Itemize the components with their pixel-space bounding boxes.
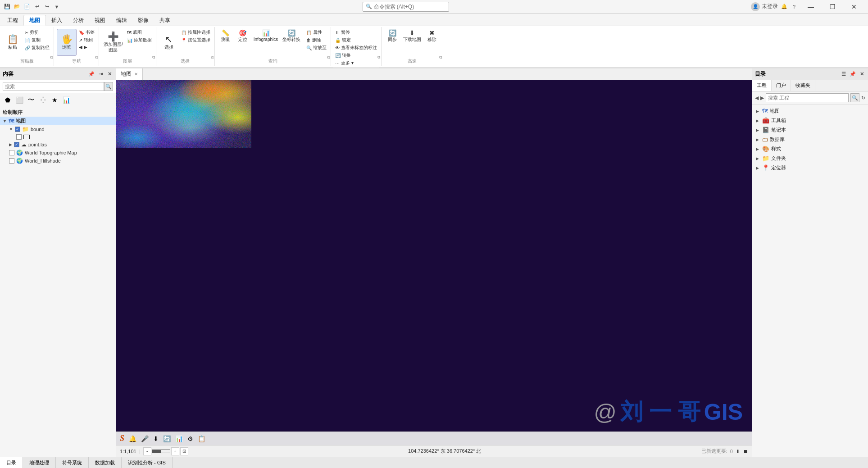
catalog-locator[interactable]: ▶ 📍 定位器 — [752, 163, 868, 173]
adddata-button[interactable]: 📊 添加数据 — [126, 36, 153, 44]
bottom-tab-symbology[interactable]: 符号系统 — [56, 457, 89, 468]
command-search-input[interactable] — [374, 4, 446, 10]
catalog-menu-icon[interactable]: ☰ — [840, 71, 847, 78]
catalog-folders[interactable]: ▶ 📁 文件夹 — [752, 154, 868, 163]
close-right-icon[interactable]: ✕ — [858, 71, 865, 78]
bottom-tab-geoprocessing[interactable]: 地理处理 — [23, 457, 56, 468]
more-label-button[interactable]: ⋯ 更多 ▾ — [334, 59, 378, 67]
group-query-expand[interactable]: ⧉ — [327, 55, 330, 60]
tab-map[interactable]: 地图 — [23, 15, 46, 26]
float-left-icon[interactable]: ⇥ — [97, 71, 104, 78]
layer-world-topo[interactable]: 🌍 World Topographic Map — [0, 149, 116, 157]
map-tab-main[interactable]: 地图 ✕ — [116, 68, 143, 80]
group-label-expand[interactable]: ⧉ — [377, 55, 380, 60]
tab-view[interactable]: 视图 — [89, 15, 111, 26]
layer-world-hillshade[interactable]: 🌍 World_Hillshade — [0, 157, 116, 165]
pause-button[interactable]: ⏸ 暂停 — [334, 29, 378, 36]
measure-button[interactable]: 📏 测量 — [218, 29, 234, 43]
select-by-location-button[interactable]: 📍 按位置选择 — [180, 36, 212, 44]
zoom-out-btn[interactable]: - — [143, 447, 151, 455]
convert-label-button[interactable]: 🔄 转换 — [334, 52, 378, 59]
browse-button[interactable]: 🖐 浏览 — [57, 29, 77, 56]
close-map-tab[interactable]: ✕ — [134, 72, 138, 77]
catalog-search-button[interactable]: 🔍 — [850, 93, 859, 102]
group-nav-expand[interactable]: ⧉ — [95, 55, 98, 60]
select-by-attr-button[interactable]: 📋 按属性选择 — [180, 29, 212, 36]
catalog-forward-icon[interactable]: ▶ — [760, 95, 764, 101]
layer-search-button[interactable]: 🔍 — [104, 82, 113, 91]
bottom-tab-dataload[interactable]: 数据加载 — [89, 457, 122, 468]
lock-button[interactable]: 🔒 锁定 — [334, 36, 378, 44]
bottom-tab-identityanalysis[interactable]: 识别性分析 - GIS — [122, 457, 173, 468]
map-canvas[interactable]: @ 刘 一 哥 GIS S 🔔 🎤 ⬇ 🔄 📊 ⚙ 📋 — [116, 80, 752, 445]
points-layer-icon[interactable]: ⁛ — [38, 95, 48, 105]
bookmark-button[interactable]: 🔖 书签 — [77, 29, 96, 36]
close-button[interactable]: ✕ — [844, 0, 864, 14]
infographics-button[interactable]: 📊 Infographics — [252, 29, 280, 43]
bound-rect-checkbox[interactable] — [16, 134, 22, 140]
world-hillshade-checkbox[interactable] — [9, 158, 14, 164]
attr-table-button[interactable]: 📋 属性 — [305, 29, 328, 36]
status-stop-icon[interactable]: ⏹ — [743, 449, 748, 454]
save-icon[interactable]: 💾 — [4, 3, 11, 10]
nav-arrows[interactable]: ◀ ▶ — [77, 44, 96, 50]
tab-insert[interactable]: 插入 — [46, 15, 68, 26]
catalog-toolbox[interactable]: ▶ 🧰 工具箱 — [752, 116, 868, 125]
group-select-expand[interactable]: ⧉ — [211, 55, 214, 60]
notification-icon[interactable]: 🔔 — [781, 3, 788, 10]
copy-button[interactable]: 📄 复制 — [23, 36, 51, 44]
close-left-icon[interactable]: ✕ — [106, 71, 113, 78]
help-icon[interactable]: ? — [791, 3, 798, 10]
catalog-tab-portal[interactable]: 门户 — [772, 80, 791, 91]
catalog-database[interactable]: ▶ 🗃 数据库 — [752, 135, 868, 144]
catalog-back-icon[interactable]: ◀ — [755, 95, 759, 101]
login-status[interactable]: 👤 未登录 — [751, 2, 778, 11]
coord-transform-button[interactable]: 🔄 坐标转换 — [281, 29, 302, 43]
status-pause-icon[interactable]: ⏸ — [736, 449, 741, 454]
tab-imagery[interactable]: 影像 — [132, 15, 154, 26]
zoom-to-button[interactable]: 🔍 缩放至 — [305, 44, 328, 51]
new-icon[interactable]: 📄 — [23, 3, 31, 10]
more-icon[interactable]: ▼ — [53, 3, 60, 10]
download-map-button[interactable]: ⬇ 下载地图 — [401, 29, 423, 43]
group-hs-expand[interactable]: ⧉ — [439, 55, 442, 60]
polygon-layer-icon[interactable]: ⬟ — [3, 95, 13, 105]
pin-right-icon[interactable]: 📌 — [849, 71, 856, 78]
bound-checkbox[interactable]: ✓ — [15, 127, 20, 132]
open-icon[interactable]: 📂 — [14, 3, 21, 10]
layer-bound-group[interactable]: ▼ ✓ 📁 bound — [0, 125, 116, 133]
locate-button[interactable]: 🎯 定位 — [235, 29, 251, 43]
layer-bound-rect[interactable] — [0, 133, 116, 141]
catalog-tab-project[interactable]: 工程 — [752, 80, 772, 91]
bottom-tab-catalog[interactable]: 目录 — [0, 457, 23, 468]
addlayer-button[interactable]: ➕ 添加图层/图层 — [102, 29, 125, 56]
minimize-button[interactable]: — — [800, 0, 821, 14]
tab-edit[interactable]: 编辑 — [111, 15, 132, 26]
delete-button[interactable]: 🗑 删除 — [305, 36, 328, 44]
line-layer-icon[interactable]: 〜 — [26, 95, 36, 105]
view-unlabeled-button[interactable]: 👁 查看未标签的标注 — [334, 44, 378, 51]
catalog-notebook[interactable]: ▶ 📓 笔记本 — [752, 125, 868, 135]
basemap-button[interactable]: 🗺 底图 — [126, 29, 153, 36]
sync-button[interactable]: 🔄 同步 — [384, 29, 400, 43]
world-topo-checkbox[interactable] — [9, 150, 14, 155]
zoom-in-btn[interactable]: + — [171, 447, 179, 455]
paste-button[interactable]: 📋 粘贴 — [3, 29, 23, 56]
tab-analysis[interactable]: 分析 — [68, 15, 89, 26]
tab-project[interactable]: 工程 — [2, 15, 23, 26]
copy-path-button[interactable]: 🔗 复制路径 — [23, 44, 51, 51]
catalog-maps[interactable]: ▶ 🗺 地图 — [752, 106, 868, 116]
layer-point-las[interactable]: ▶ ✓ ☁ point.las — [0, 141, 116, 149]
catalog-refresh-icon[interactable]: ↻ — [861, 95, 865, 101]
command-search-box[interactable]: 🔍 — [363, 2, 449, 12]
chart-layer-icon[interactable]: 📊 — [61, 95, 71, 105]
pin-left-icon[interactable]: 📌 — [88, 71, 95, 78]
full-extent-btn[interactable]: ⊡ — [180, 447, 188, 455]
remove-button[interactable]: ✖ 移除 — [424, 29, 440, 43]
goto-button[interactable]: ↗ 转到 — [77, 36, 96, 44]
layer-search-input[interactable] — [3, 82, 104, 91]
group-clipboard-expand[interactable]: ⧉ — [50, 55, 53, 60]
cut-button[interactable]: ✂ 剪切 — [23, 29, 51, 36]
tab-share[interactable]: 共享 — [154, 15, 176, 26]
catalog-tab-favorites[interactable]: 收藏夹 — [791, 80, 815, 91]
